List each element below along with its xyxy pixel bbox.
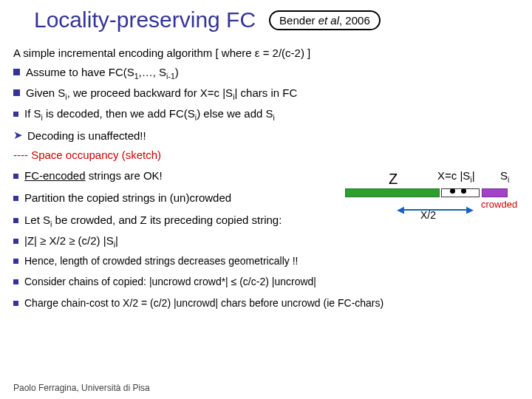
square-icon [13,174,18,179]
diagram-si-label: Si [500,169,509,184]
square-icon [13,301,18,306]
intro-line: A simple incremental encoding algorithm … [13,44,519,62]
bullet-decoded: If Si is decoded, then we add FC(Si) els… [13,105,519,124]
square-icon [13,89,20,96]
header-row: Locality-preserving FC Bender et al, 200… [13,7,519,33]
diagram-x2-label: X/2 [420,209,436,221]
footer-author: Paolo Ferragina, Università di Pisa [13,383,150,393]
diagram-x-label: X=c |Si| [437,169,475,184]
diagram-z-label: Z [389,171,398,188]
dot-icon [450,188,455,194]
square-icon [13,196,18,201]
cite-suffix: , 2006 [339,14,370,27]
bullet-decoding: ➤Decoding is unaffected!! [13,126,519,145]
cite-prefix: Bender [279,14,318,27]
diagram-crowded-label: crowded [481,199,517,210]
bullet-charge: Charge chain-cost to X/2 = (c/2) |uncrow… [13,295,519,311]
cite-italic: et al [318,14,339,27]
citation-badge: Bender et al, 2006 [269,10,381,30]
diagram-purple-bar [482,188,508,197]
square-icon [13,112,18,117]
diagram-white-bar [441,188,480,197]
bullet-chains: Consider chains of copied: |uncrowd crow… [13,273,519,290]
bullet-inequality: |Z| ≥ X/2 ≥ (c/2) |Si| [13,232,519,251]
bullet-assume: Assume to have FC(S1,…, Si-1) [13,64,519,83]
square-icon [13,218,18,223]
diagram: Z X=c |Si| Si crowded ◀▶ X/2 [345,172,522,220]
bullet-hence: Hence, length of crowded strings decreas… [13,253,519,269]
dot-icon [461,188,466,194]
diagram-green-bar [345,188,440,197]
sketch-heading: ---- Space occupancy (sketch) [13,146,519,164]
square-icon [13,279,18,284]
slide-title: Locality-preserving FC [13,7,256,33]
arrow-icon: ➤ [13,126,23,144]
bullet-given: Given Si, we proceed backward for X=c |S… [13,84,519,103]
square-icon [13,239,18,244]
square-icon [13,69,20,75]
square-icon [13,259,18,264]
